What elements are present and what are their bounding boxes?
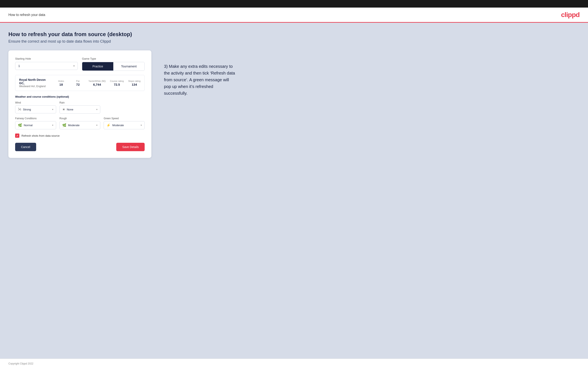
slope-rating-value: 134 [128, 83, 141, 86]
rough-field: Rough 🌿 Moderate ▾ [60, 117, 101, 129]
par-stat: Par 72 [72, 80, 84, 86]
course-name-block: Royal North Devon GC, Westward Ho!, Engl… [19, 78, 51, 88]
green-speed-value: Moderate [112, 124, 139, 127]
side-text-block: 3) Make any extra edits necessary to the… [164, 50, 235, 97]
par-value: 72 [72, 83, 84, 86]
rain-value: None [67, 108, 95, 111]
wind-icon: 🌬 [18, 108, 21, 111]
checkbox-row: Refresh shots from data source [15, 133, 145, 138]
rough-label: Rough [60, 117, 101, 120]
page-subtitle: Ensure the correct and most up to date d… [9, 39, 579, 44]
green-speed-field: Green Speed ⚡ Moderate ▾ [104, 117, 145, 129]
conditions-row-1: Wind 🌬 Strong ▾ Rain ☀ None ▾ [15, 101, 145, 114]
wind-label: Wind [15, 101, 56, 104]
conditions-label: Weather and course conditions (optional) [15, 95, 145, 98]
rough-chevron: ▾ [96, 124, 97, 127]
slope-rating-label: Slope rating [128, 80, 141, 82]
green-speed-label: Green Speed [104, 117, 145, 120]
starting-hole-value: 1 [18, 64, 73, 68]
refresh-checkbox[interactable] [15, 133, 19, 138]
wind-chevron: ▾ [52, 108, 53, 111]
fairway-label: Fairway Conditions [15, 117, 56, 120]
refresh-checkbox-label: Refresh shots from data source [21, 134, 60, 137]
fairway-value: Normal [24, 124, 51, 127]
starting-hole-select[interactable]: 1 ▾ [15, 62, 78, 70]
form-card: Starting Hole 1 ▾ Game Type Practice Tou… [9, 50, 151, 158]
footer: Copyright Clippd 2022 [0, 359, 588, 367]
par-label: Par [72, 80, 84, 82]
rain-field: Rain ☀ None ▾ [60, 101, 101, 114]
rough-value: Moderate [68, 124, 95, 127]
green-speed-select[interactable]: ⚡ Moderate ▾ [104, 121, 145, 129]
starting-hole-label: Starting Hole [15, 57, 78, 60]
course-rating-value: 72.5 [110, 83, 124, 86]
game-type-label: Game Type [82, 57, 145, 60]
page-heading: How to refresh your data from source (de… [9, 31, 579, 38]
cancel-button[interactable]: Cancel [15, 143, 36, 151]
yards-value: 6,744 [88, 83, 106, 86]
course-location: Westward Ho!, England [19, 85, 51, 88]
header: How to refresh your data clippd [0, 8, 588, 23]
course-name: Royal North Devon GC, [19, 78, 51, 85]
rough-icon: 🌿 [62, 123, 66, 127]
rain-chevron: ▾ [96, 108, 97, 111]
wind-field: Wind 🌬 Strong ▾ [15, 101, 56, 114]
fairway-chevron: ▾ [52, 124, 53, 127]
course-rating-stat: Course rating 72.5 [110, 80, 124, 86]
logo: clippd [561, 11, 579, 19]
header-title: How to refresh your data [9, 13, 45, 17]
conditions-section: Weather and course conditions (optional)… [15, 95, 145, 129]
tournament-button[interactable]: Tournament [113, 62, 144, 71]
side-text: 3) Make any extra edits necessary to the… [164, 63, 235, 97]
main-content: How to refresh your data from source (de… [0, 23, 588, 359]
fairway-icon: 🌿 [18, 123, 22, 127]
top-bar [0, 0, 588, 8]
rough-select[interactable]: 🌿 Moderate ▾ [60, 121, 101, 129]
starting-hole-chevron: ▾ [73, 65, 75, 67]
slope-rating-stat: Slope rating 134 [128, 80, 141, 86]
conditions-row-2: Fairway Conditions 🌿 Normal ▾ Rough 🌿 Mo… [15, 117, 145, 129]
course-rating-label: Course rating [110, 80, 124, 82]
fairway-select[interactable]: 🌿 Normal ▾ [15, 121, 56, 129]
rain-label: Rain [60, 101, 101, 104]
game-type-field: Game Type Practice Tournament [82, 57, 145, 71]
button-row: Cancel Save Details [15, 143, 145, 151]
holes-label: Holes [55, 80, 68, 82]
practice-button[interactable]: Practice [82, 62, 113, 71]
wind-value: Strong [23, 108, 51, 111]
copyright: Copyright Clippd 2022 [9, 362, 34, 365]
green-speed-chevron: ▾ [141, 124, 142, 127]
holes-value: 18 [55, 83, 68, 86]
fairway-field: Fairway Conditions 🌿 Normal ▾ [15, 117, 56, 129]
green-speed-icon: ⚡ [106, 123, 111, 127]
course-info-box: Royal North Devon GC, Westward Ho!, Engl… [15, 75, 145, 91]
yards-stat: Yards/White (M)) 6,744 [88, 80, 106, 86]
spacer [104, 101, 145, 114]
rain-icon: ☀ [62, 108, 65, 111]
starting-hole-field: Starting Hole 1 ▾ [15, 57, 78, 71]
wind-select[interactable]: 🌬 Strong ▾ [15, 105, 56, 113]
game-type-buttons: Practice Tournament [82, 62, 145, 71]
holes-stat: Holes 18 [55, 80, 68, 86]
content-area: Starting Hole 1 ▾ Game Type Practice Tou… [9, 50, 579, 158]
rain-select[interactable]: ☀ None ▾ [60, 105, 101, 114]
save-button[interactable]: Save Details [116, 143, 145, 151]
yards-label: Yards/White (M)) [88, 80, 106, 82]
